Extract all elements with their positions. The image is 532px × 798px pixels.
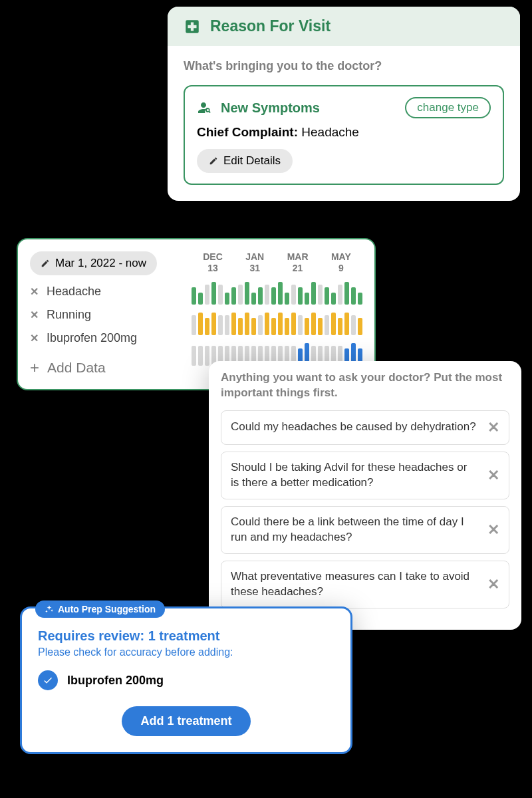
timeline-date: JAN31 bbox=[245, 251, 264, 274]
question-item[interactable]: Could there be a link between the time o… bbox=[221, 506, 509, 554]
card-header: Reason For Visit bbox=[168, 7, 520, 46]
data-item-label: Headache bbox=[47, 285, 101, 299]
remove-icon[interactable]: ✕ bbox=[30, 332, 39, 344]
data-item-label: Ibuprofen 200mg bbox=[47, 331, 137, 345]
add-data-label: Add Data bbox=[47, 360, 106, 376]
question-item[interactable]: Could my headaches be caused by dehydrat… bbox=[221, 410, 509, 445]
question-text: Could my headaches be caused by dehydrat… bbox=[231, 420, 476, 435]
remove-icon[interactable]: ✕ bbox=[487, 521, 499, 539]
data-item-label: Running bbox=[47, 308, 91, 322]
plus-icon: + bbox=[30, 358, 39, 377]
remove-icon[interactable]: ✕ bbox=[30, 285, 39, 298]
question-item[interactable]: Should I be taking Advil for these heada… bbox=[221, 452, 509, 499]
questions-prompt: Anything you want to ask your doctor? Pu… bbox=[221, 370, 509, 401]
data-item: ✕ Running bbox=[30, 308, 185, 322]
auto-prep-card: Auto Prep Suggestion Requires review: 1 … bbox=[20, 606, 352, 754]
symptom-box: New Symptoms change type Chief Complaint… bbox=[184, 85, 504, 185]
review-subtitle: Please check for accuracy before adding: bbox=[38, 646, 334, 658]
edit-details-label: Edit Details bbox=[223, 154, 281, 168]
remove-icon[interactable]: ✕ bbox=[487, 419, 499, 436]
reason-for-visit-card: Reason For Visit What's bringing you to … bbox=[168, 7, 520, 201]
question-text: What preventative measures can I take to… bbox=[231, 569, 478, 600]
check-circle-icon[interactable] bbox=[38, 670, 58, 690]
remove-icon[interactable]: ✕ bbox=[30, 309, 39, 321]
question-item[interactable]: What preventative measures can I take to… bbox=[221, 561, 509, 608]
hospital-icon bbox=[184, 18, 201, 35]
remove-icon[interactable]: ✕ bbox=[487, 467, 499, 484]
symptom-type-title: New Symptoms bbox=[221, 100, 320, 116]
treatment-name: Ibuprofen 200mg bbox=[67, 674, 164, 688]
date-range-text: Mar 1, 2022 - now bbox=[55, 257, 146, 270]
date-range-pill[interactable]: Mar 1, 2022 - now bbox=[30, 251, 157, 275]
data-item: ✕ Ibuprofen 200mg bbox=[30, 331, 185, 345]
reason-prompt: What's bringing you to the doctor? bbox=[184, 59, 504, 73]
questions-card: Anything you want to ask your doctor? Pu… bbox=[209, 361, 521, 630]
timeline-date: MAR21 bbox=[287, 251, 309, 274]
treatment-item[interactable]: Ibuprofen 200mg bbox=[38, 670, 334, 690]
pencil-icon bbox=[41, 259, 50, 268]
timeline-date: DEC13 bbox=[203, 251, 223, 274]
question-text: Could there be a link between the time o… bbox=[231, 515, 478, 545]
review-title: Requires review: 1 treatment bbox=[38, 628, 334, 644]
pencil-icon bbox=[209, 156, 218, 166]
timeline-date: MAY9 bbox=[331, 251, 351, 274]
data-item: ✕ Headache bbox=[30, 285, 185, 299]
auto-prep-badge: Auto Prep Suggestion bbox=[35, 600, 165, 618]
question-text: Should I be taking Advil for these heada… bbox=[231, 460, 478, 491]
card-title: Reason For Visit bbox=[210, 17, 331, 35]
add-treatment-button[interactable]: Add 1 treatment bbox=[122, 706, 250, 736]
edit-details-button[interactable]: Edit Details bbox=[197, 149, 293, 173]
remove-icon[interactable]: ✕ bbox=[487, 576, 499, 593]
timeline-chart: DEC13 JAN31 MAR21 MAY9 bbox=[192, 251, 362, 377]
chief-complaint: Chief Complaint: Headache bbox=[197, 125, 491, 140]
person-search-icon bbox=[197, 100, 213, 116]
add-data-button[interactable]: + Add Data bbox=[30, 358, 185, 377]
change-type-button[interactable]: change type bbox=[405, 97, 491, 118]
badge-label: Auto Prep Suggestion bbox=[58, 604, 156, 614]
sparkle-icon bbox=[45, 604, 54, 614]
